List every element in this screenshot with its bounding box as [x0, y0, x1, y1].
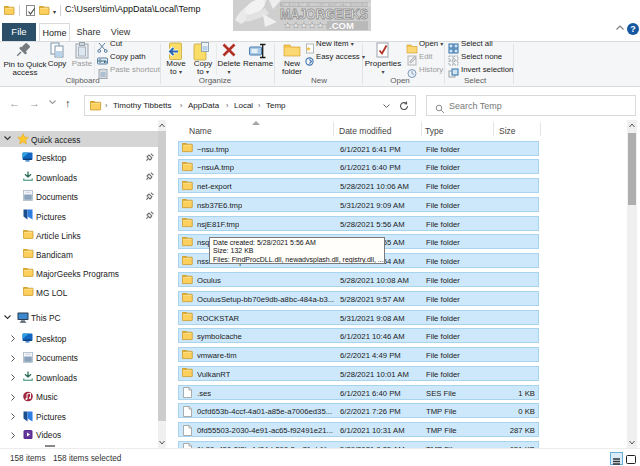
svg-text:.COM: .COM: [329, 20, 354, 31]
svg-text:★★★★★★: ★★★★★★: [284, 21, 333, 30]
svg-text:MAJORGEEKS: MAJORGEEKS: [280, 6, 368, 22]
